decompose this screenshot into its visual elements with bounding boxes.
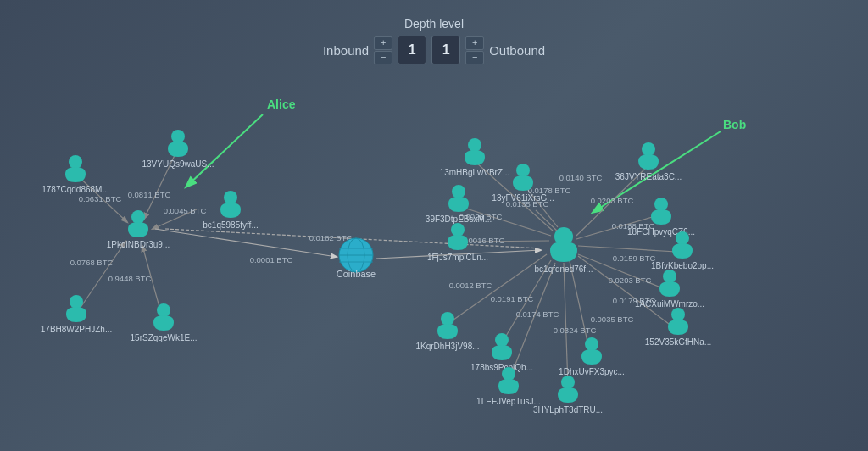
svg-text:178bs9PcpiQb...: 178bs9PcpiQb... [470, 363, 533, 372]
svg-point-78 [495, 333, 509, 347]
svg-text:0.0768 BTC: 0.0768 BTC [70, 258, 114, 267]
node-39f3d[interactable]: 39F3DtpEBsxM... [426, 185, 492, 224]
depth-level-title: Depth level [404, 17, 464, 31]
svg-text:39F3DtpEBsxM...: 39F3DtpEBsxM... [426, 214, 492, 224]
outbound-label: Outbound [489, 43, 545, 58]
svg-text:Coinbase: Coinbase [337, 269, 376, 279]
svg-text:1BfvKbebo2op...: 1BfvKbebo2op... [651, 261, 714, 270]
svg-text:36JVYREata3C...: 36JVYREata3C... [615, 172, 682, 181]
svg-point-56 [224, 191, 237, 204]
svg-text:0.0016 BTC: 0.0016 BTC [462, 236, 505, 245]
svg-text:0.0811 BTC: 0.0811 BTC [128, 190, 171, 199]
svg-text:0.0203 BTC: 0.0203 BTC [609, 276, 652, 285]
outbound-increment-button[interactable]: + [465, 36, 484, 50]
outbound-decrement-button[interactable]: − [465, 51, 484, 64]
inbound-value: 1 [398, 36, 426, 64]
svg-text:15rSZqqeWk1E...: 15rSZqqeWk1E... [131, 333, 198, 342]
svg-point-68 [468, 138, 481, 152]
svg-text:13mHBgLwVBrZ...: 13mHBgLwVBrZ... [440, 168, 510, 177]
inbound-buttons[interactable]: + − [374, 36, 392, 64]
svg-line-8 [186, 114, 263, 187]
inbound-decrement-button[interactable]: − [374, 51, 392, 64]
svg-text:0.0012 BTC: 0.0012 BTC [449, 281, 492, 290]
coinbase-node[interactable]: Coinbase [337, 238, 376, 279]
node-13vyu[interactable]: 13VYUQs9waUS... [142, 130, 214, 169]
svg-text:1LEFJVepTusJ...: 1LEFJVepTusJ... [476, 397, 541, 406]
svg-text:0.0174 BTC: 0.0174 BTC [516, 309, 559, 319]
svg-point-82 [561, 376, 575, 389]
node-18fch[interactable]: 18FCHpvyqCZ6... [627, 198, 695, 237]
depth-control: Depth level Inbound + − 1 1 + − Outbound [323, 17, 545, 64]
svg-text:1KqrDhH3jV98...: 1KqrDhH3jV98... [415, 342, 479, 351]
svg-text:152V35kGfHNa...: 152V35kGfHNa... [645, 337, 711, 347]
svg-text:0.0631 BTC: 0.0631 BTC [79, 194, 122, 203]
svg-text:1DhxUvFX3pyc...: 1DhxUvFX3pyc... [559, 367, 625, 376]
inbound-label: Inbound [323, 43, 369, 58]
inbound-increment-button[interactable]: + [374, 36, 392, 50]
svg-text:13yFV61iXrsG...: 13yFV61iXrsG... [492, 193, 554, 203]
svg-text:17BH8W2PHJZh...: 17BH8W2PHJZh... [41, 325, 112, 334]
svg-text:0.9448 BTC: 0.9448 BTC [108, 274, 152, 283]
svg-text:0.0182 BTC: 0.0182 BTC [309, 233, 353, 242]
node-17bh8[interactable]: 17BH8W2PHJZh... [41, 295, 112, 334]
depth-row: Inbound + − 1 1 + − Outbound [323, 36, 545, 64]
svg-point-94 [671, 308, 685, 321]
bob-annotation: Bob [723, 118, 746, 131]
svg-text:3HYLphT3dTRU...: 3HYLphT3dTRU... [533, 405, 603, 415]
outbound-value: 1 [431, 36, 460, 64]
svg-text:1FjJs7mplCLn...: 1FjJs7mplCLn... [427, 253, 488, 262]
svg-point-70 [516, 164, 530, 177]
svg-point-84 [585, 337, 598, 351]
node-13mhb[interactable]: 13mHBgLwVBrZ... [440, 138, 510, 177]
svg-point-90 [676, 231, 689, 245]
node-3hylp[interactable]: 3HYLphT3dTRU... [533, 376, 603, 415]
svg-text:0.0035 BTC: 0.0035 BTC [591, 315, 634, 324]
svg-point-54 [131, 210, 145, 224]
svg-text:0.0001 BTC: 0.0001 BTC [250, 255, 293, 264]
svg-point-92 [663, 270, 676, 283]
graph-canvas: Alice Bob 0.0182 BTC 0.0001 BTC 0.0045 B… [0, 0, 868, 451]
outbound-buttons[interactable]: + − [465, 36, 484, 64]
svg-point-74 [451, 223, 465, 237]
node-15rsz[interactable]: 15rSZqqeWk1E... [131, 303, 198, 342]
node-1787c[interactable]: 1787Cqdd868M... [42, 155, 109, 194]
svg-point-58 [171, 130, 185, 143]
svg-text:0.0159 BTC: 0.0159 BTC [613, 253, 656, 263]
svg-text:bc1qfqned76f...: bc1qfqned76f... [535, 264, 593, 274]
svg-line-15 [570, 261, 589, 349]
svg-point-80 [502, 367, 515, 381]
svg-text:0.0203 BTC: 0.0203 BTC [591, 196, 634, 205]
alice-annotation: Alice [267, 97, 296, 111]
node-1lefj[interactable]: 1LEFJVepTusJ... [476, 367, 541, 406]
svg-point-86 [642, 142, 655, 156]
alice-source-node[interactable]: bc1q5985fyff... [203, 191, 258, 230]
svg-text:1787Cqdd868M...: 1787Cqdd868M... [42, 185, 109, 194]
svg-text:0.0324 BTC: 0.0324 BTC [554, 326, 597, 335]
svg-line-12 [578, 246, 676, 252]
svg-text:13VYUQs9waUS...: 13VYUQs9waUS... [142, 159, 214, 169]
svg-point-62 [70, 295, 83, 309]
svg-point-60 [69, 155, 82, 169]
svg-text:1ACXuiMWmrzo...: 1ACXuiMWmrzo... [635, 299, 704, 309]
svg-point-76 [441, 312, 454, 326]
svg-point-64 [157, 303, 170, 317]
svg-text:bc1q5985fyff...: bc1q5985fyff... [203, 220, 258, 230]
svg-text:1PkqiNBDr3u9...: 1PkqiNBDr3u9... [107, 240, 170, 249]
node-1kqrd[interactable]: 1KqrDhH3jV98... [415, 312, 479, 351]
svg-text:0.0045 BTC: 0.0045 BTC [164, 206, 207, 215]
svg-text:0.0140 BTC: 0.0140 BTC [559, 173, 603, 182]
svg-point-72 [452, 185, 465, 198]
node-1dhxu[interactable]: 1DhxUvFX3pyc... [559, 337, 625, 376]
svg-text:0.0191 BTC: 0.0191 BTC [491, 294, 534, 303]
bob-node[interactable]: bc1qfqned76f... [535, 227, 593, 274]
node-178bs[interactable]: 178bs9PcpiQb... [470, 333, 533, 372]
svg-point-88 [654, 198, 668, 211]
